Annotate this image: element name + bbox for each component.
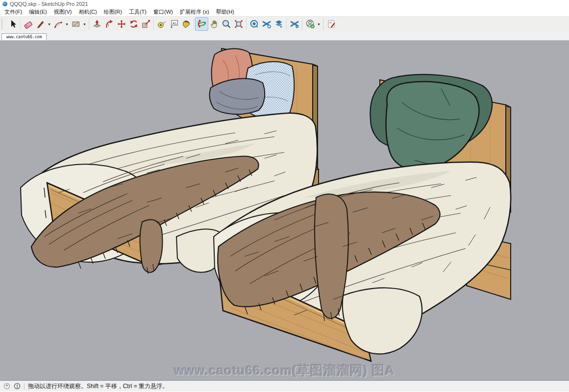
extension-settings-button[interactable]	[288, 18, 300, 30]
line-tool-dropdown[interactable]: ▼	[47, 18, 52, 30]
zoom-extents-button[interactable]	[232, 18, 245, 30]
right-duvet-drape	[343, 288, 422, 354]
pan-tool-button[interactable]	[208, 18, 220, 30]
menu-bar: 文件(F) 编辑(E) 视图(V) 相机(C) 绘图(R) 工具(T) 窗口(W…	[0, 8, 569, 16]
select-icon	[8, 19, 18, 29]
line-tool-button[interactable]	[34, 18, 47, 30]
toolbar-separator	[153, 19, 154, 30]
zoom-tool-button[interactable]	[220, 18, 232, 30]
layers-icon	[274, 19, 284, 29]
ruby-editor-button[interactable]: rb	[325, 18, 337, 30]
follow-me-tool-button[interactable]	[103, 18, 115, 30]
menu-tools[interactable]: 工具(T)	[125, 8, 150, 16]
follow-me-icon	[104, 19, 114, 29]
arc-tool-button[interactable]	[52, 18, 64, 30]
paint-bucket-tool-button[interactable]	[180, 18, 192, 30]
scale-tool-button[interactable]	[140, 18, 152, 30]
eraser-icon	[24, 19, 33, 29]
toolbar-grip[interactable]	[1, 19, 5, 29]
toolbar-separator	[246, 19, 247, 30]
tape-measure-icon	[157, 19, 167, 29]
eraser-tool-button[interactable]	[22, 18, 34, 30]
text-tool-button[interactable]: A1	[168, 18, 180, 30]
sketchup-logo-icon	[2, 1, 7, 6]
toolbar-separator	[89, 19, 89, 30]
menu-help[interactable]: 帮助(H)	[213, 8, 238, 16]
status-bar: 拖动以进行环绕观察。Shift = 平移，Ctrl = 重力悬浮。	[0, 381, 569, 392]
push-pull-tool-button[interactable]	[91, 18, 103, 30]
move-tool-button[interactable]	[115, 18, 127, 30]
extension-x-icon	[262, 19, 272, 29]
menu-window[interactable]: 窗口(W)	[150, 8, 176, 16]
rectangle-icon	[71, 19, 81, 29]
rotate-icon	[129, 19, 139, 29]
orbit-icon	[197, 19, 207, 29]
scene-tab-bar: www.caotu66.com	[0, 31, 569, 41]
zoom-extents-icon	[234, 19, 244, 29]
tape-measure-tool-button[interactable]	[155, 18, 168, 30]
rotate-tool-button[interactable]	[127, 18, 140, 30]
status-separator	[24, 383, 25, 390]
push-pull-icon	[92, 19, 102, 29]
select-tool-button[interactable]	[6, 18, 19, 30]
orbit-tool-button[interactable]	[196, 18, 208, 30]
menu-view[interactable]: 视图(V)	[50, 8, 75, 16]
geolocation-icon[interactable]	[3, 383, 10, 390]
paint-bucket-icon	[181, 19, 191, 29]
model-viewport[interactable]: www.caotu66.com(草图溜溜网) 图A	[0, 41, 569, 381]
account-button[interactable]	[304, 18, 316, 30]
ruby-editor-icon: rb	[326, 19, 336, 29]
extension-x-gear-icon	[290, 19, 299, 29]
extension-badge-icon	[249, 19, 259, 29]
title-bar: QQQQ.skp - SketchUp Pro 2021	[0, 0, 569, 8]
pencil-icon	[36, 19, 46, 29]
rectangle-tool-button[interactable]	[70, 18, 82, 30]
scale-icon	[141, 19, 151, 29]
model-scene	[0, 41, 569, 381]
toolbar-separator	[302, 19, 302, 30]
extension-layers-button[interactable]	[272, 18, 285, 30]
menu-extensions[interactable]: 扩展程序 (x)	[176, 8, 213, 16]
window-title: QQQQ.skp - SketchUp Pro 2021	[10, 1, 88, 7]
toolbar-separator	[20, 19, 21, 30]
status-message: 拖动以进行环绕观察。Shift = 平移，Ctrl = 重力悬浮。	[28, 382, 168, 391]
menu-edit[interactable]: 编辑(E)	[25, 8, 50, 16]
rectangle-tool-dropdown[interactable]: ▼	[82, 18, 87, 30]
scene-tab[interactable]: www.caotu66.com	[1, 33, 47, 40]
toolbar-separator	[194, 19, 194, 30]
menu-draw[interactable]: 绘图(R)	[100, 8, 125, 16]
svg-text:A1: A1	[173, 22, 177, 25]
arc-icon	[53, 19, 63, 29]
site-watermark: www.caotu66.com(草图溜溜网) 图A	[174, 362, 395, 379]
toolbar-separator	[286, 19, 287, 30]
arc-tool-dropdown[interactable]: ▼	[64, 18, 70, 30]
menu-file[interactable]: 文件(F)	[1, 8, 25, 16]
extension-1-button[interactable]	[248, 18, 260, 30]
account-dropdown[interactable]: ▼	[316, 18, 322, 30]
menu-camera[interactable]: 相机(C)	[75, 8, 100, 16]
account-icon	[305, 19, 315, 29]
text-icon: A1	[169, 19, 179, 29]
pan-icon	[209, 19, 219, 29]
zoom-icon	[222, 19, 231, 29]
move-icon	[117, 19, 126, 29]
toolbar: ▼ ▼ ▼ A1 ▼ rb	[0, 16, 569, 31]
svg-text:rb: rb	[329, 21, 332, 24]
toolbar-separator-dotted	[323, 19, 323, 30]
credits-icon[interactable]	[14, 383, 21, 390]
extension-2-button[interactable]	[260, 18, 272, 30]
